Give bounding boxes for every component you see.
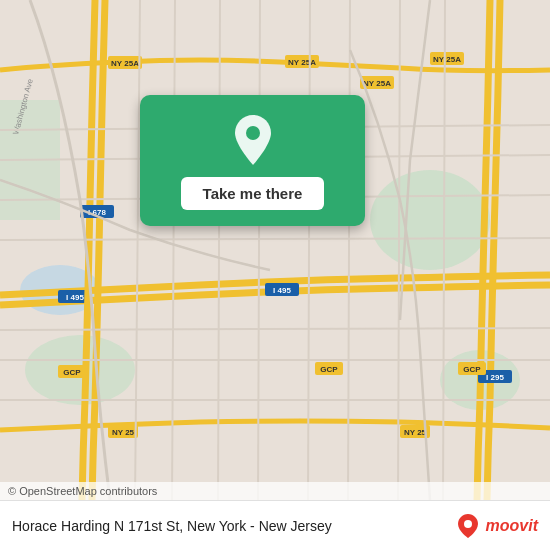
location-card[interactable]: Take me there [140,95,365,226]
svg-point-1 [370,170,490,270]
location-pin-icon [230,113,276,167]
footer-address: Horace Harding N 171st St, New York - Ne… [12,518,454,534]
map-svg: I 495 I 495 I 678 I 295 NY 25A NY 25A NY… [0,0,550,500]
svg-text:NY 25A: NY 25A [363,79,391,88]
take-me-there-button[interactable]: Take me there [181,177,325,210]
map-attribution: © OpenStreetMap contributors [0,482,550,500]
svg-text:NY 25: NY 25 [112,428,135,437]
svg-text:I 495: I 495 [273,286,291,295]
moovit-brand-text: moovit [486,517,538,535]
svg-text:GCP: GCP [463,365,481,374]
svg-text:NY 25A: NY 25A [288,58,316,67]
svg-point-49 [464,520,472,528]
svg-text:NY 25A: NY 25A [433,55,461,64]
footer-bar: Horace Harding N 171st St, New York - Ne… [0,500,550,550]
svg-point-48 [246,126,260,140]
svg-text:GCP: GCP [320,365,338,374]
svg-text:I 295: I 295 [486,373,504,382]
moovit-icon [454,512,482,540]
svg-text:NY 25: NY 25 [404,428,427,437]
svg-text:GCP: GCP [63,368,81,377]
svg-text:I 495: I 495 [66,293,84,302]
map-background: I 495 I 495 I 678 I 295 NY 25A NY 25A NY… [0,0,550,500]
moovit-logo: moovit [454,512,538,540]
svg-text:NY 25A: NY 25A [111,59,139,68]
